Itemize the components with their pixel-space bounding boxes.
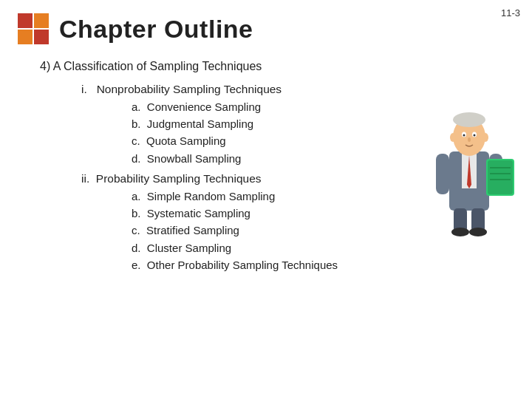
svg-point-15 [482,133,488,142]
subsection-ii-marker: ii. [81,172,96,185]
svg-point-14 [450,133,456,142]
list-item: d. Cluster Sampling [93,239,514,256]
svg-point-25 [451,228,469,236]
character-illustration [421,89,517,236]
svg-rect-19 [488,160,513,194]
svg-rect-0 [18,13,33,28]
slide-number: 11-3 [501,7,520,18]
svg-point-8 [453,112,485,127]
list-item: e. Other Probability Sampling Techniques [93,256,514,273]
slide: 11-3 Chapter Outline 4) A Classification… [0,0,532,399]
svg-point-26 [469,228,487,236]
svg-rect-1 [34,13,49,28]
svg-point-11 [463,134,466,137]
subsection-i-text: Nonprobability Sampling Techniques [97,83,282,95]
logo-icon [18,13,49,44]
svg-point-13 [468,137,471,142]
page-title: Chapter Outline [59,15,253,44]
svg-rect-2 [18,30,33,44]
subsection-ii-text: Probability Sampling Techniques [96,172,262,185]
svg-rect-16 [436,154,449,194]
svg-rect-3 [34,30,49,44]
subsection-i-marker: i. [81,83,97,95]
header: Chapter Outline [18,13,514,44]
svg-point-12 [474,134,476,137]
section-heading: 4) A Classification of Sampling Techniqu… [40,58,514,76]
